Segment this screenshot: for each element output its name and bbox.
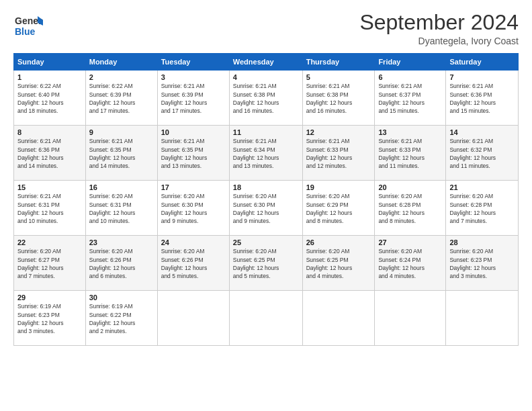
- day-info: Sunrise: 6:20 AM Sunset: 6:23 PM Dayligh…: [449, 247, 515, 280]
- day-number: 3: [161, 73, 226, 81]
- table-row: 2Sunrise: 6:22 AM Sunset: 6:39 PM Daylig…: [85, 71, 157, 126]
- table-row: 15Sunrise: 6:21 AM Sunset: 6:31 PM Dayli…: [14, 181, 86, 236]
- table-row: 14Sunrise: 6:21 AM Sunset: 6:32 PM Dayli…: [446, 126, 519, 181]
- day-info: Sunrise: 6:21 AM Sunset: 6:36 PM Dayligh…: [449, 82, 515, 115]
- day-info: Sunrise: 6:20 AM Sunset: 6:30 PM Dayligh…: [233, 192, 299, 225]
- table-row: [302, 291, 375, 346]
- day-number: 8: [17, 128, 82, 136]
- table-row: 25Sunrise: 6:20 AM Sunset: 6:25 PM Dayli…: [229, 236, 302, 291]
- day-info: Sunrise: 6:21 AM Sunset: 6:37 PM Dayligh…: [378, 82, 442, 115]
- table-row: 3Sunrise: 6:21 AM Sunset: 6:39 PM Daylig…: [157, 71, 229, 126]
- table-row: 24Sunrise: 6:20 AM Sunset: 6:26 PM Dayli…: [157, 236, 229, 291]
- day-info: Sunrise: 6:21 AM Sunset: 6:33 PM Dayligh…: [378, 137, 442, 170]
- day-number: 6: [378, 73, 442, 81]
- day-info: Sunrise: 6:21 AM Sunset: 6:36 PM Dayligh…: [17, 137, 82, 170]
- day-info: Sunrise: 6:21 AM Sunset: 6:38 PM Dayligh…: [306, 82, 371, 115]
- day-info: Sunrise: 6:20 AM Sunset: 6:25 PM Dayligh…: [306, 247, 371, 280]
- col-thursday: Thursday: [302, 54, 375, 71]
- table-row: 11Sunrise: 6:21 AM Sunset: 6:34 PM Dayli…: [229, 126, 302, 181]
- day-info: Sunrise: 6:21 AM Sunset: 6:38 PM Dayligh…: [233, 82, 299, 115]
- day-number: 19: [306, 183, 371, 191]
- day-number: 15: [17, 183, 82, 191]
- table-row: 13Sunrise: 6:21 AM Sunset: 6:33 PM Dayli…: [375, 126, 446, 181]
- table-row: 26Sunrise: 6:20 AM Sunset: 6:25 PM Dayli…: [302, 236, 375, 291]
- col-saturday: Saturday: [446, 54, 519, 71]
- calendar-week-row: 22Sunrise: 6:20 AM Sunset: 6:27 PM Dayli…: [14, 236, 519, 291]
- calendar-week-row: 1Sunrise: 6:22 AM Sunset: 6:40 PM Daylig…: [14, 71, 519, 126]
- svg-text:Blue: Blue: [15, 26, 36, 37]
- table-row: 6Sunrise: 6:21 AM Sunset: 6:37 PM Daylig…: [375, 71, 446, 126]
- day-number: 13: [378, 128, 442, 136]
- col-wednesday: Wednesday: [229, 54, 302, 71]
- calendar-header-row: Sunday Monday Tuesday Wednesday Thursday…: [14, 54, 519, 71]
- table-row: 9Sunrise: 6:21 AM Sunset: 6:35 PM Daylig…: [85, 126, 157, 181]
- day-number: 10: [161, 128, 226, 136]
- col-sunday: Sunday: [14, 54, 86, 71]
- day-number: 9: [89, 128, 154, 136]
- day-number: 17: [161, 183, 226, 191]
- table-row: [229, 291, 302, 346]
- day-number: 5: [306, 73, 371, 81]
- table-row: 10Sunrise: 6:21 AM Sunset: 6:35 PM Dayli…: [157, 126, 229, 181]
- table-row: 22Sunrise: 6:20 AM Sunset: 6:27 PM Dayli…: [14, 236, 86, 291]
- table-row: 4Sunrise: 6:21 AM Sunset: 6:38 PM Daylig…: [229, 71, 302, 126]
- day-info: Sunrise: 6:20 AM Sunset: 6:28 PM Dayligh…: [378, 192, 442, 225]
- day-number: 21: [449, 183, 515, 191]
- page: General Blue September 2024 Dyantegela, …: [0, 0, 532, 411]
- table-row: [446, 291, 519, 346]
- day-info: Sunrise: 6:19 AM Sunset: 6:22 PM Dayligh…: [89, 302, 154, 335]
- day-number: 24: [161, 238, 226, 246]
- day-number: 30: [89, 293, 154, 302]
- day-info: Sunrise: 6:21 AM Sunset: 6:31 PM Dayligh…: [17, 192, 82, 225]
- day-info: Sunrise: 6:20 AM Sunset: 6:26 PM Dayligh…: [89, 247, 154, 280]
- table-row: 19Sunrise: 6:20 AM Sunset: 6:29 PM Dayli…: [302, 181, 375, 236]
- day-info: Sunrise: 6:20 AM Sunset: 6:25 PM Dayligh…: [233, 247, 299, 280]
- table-row: 12Sunrise: 6:21 AM Sunset: 6:33 PM Dayli…: [302, 126, 375, 181]
- day-number: 16: [89, 183, 154, 191]
- day-number: 1: [17, 73, 82, 81]
- day-number: 28: [449, 238, 515, 246]
- col-tuesday: Tuesday: [157, 54, 229, 71]
- day-info: Sunrise: 6:20 AM Sunset: 6:27 PM Dayligh…: [17, 247, 82, 280]
- table-row: 28Sunrise: 6:20 AM Sunset: 6:23 PM Dayli…: [446, 236, 519, 291]
- day-number: 20: [378, 183, 442, 191]
- day-number: 23: [89, 238, 154, 246]
- col-friday: Friday: [375, 54, 446, 71]
- table-row: 21Sunrise: 6:20 AM Sunset: 6:28 PM Dayli…: [446, 181, 519, 236]
- day-info: Sunrise: 6:21 AM Sunset: 6:32 PM Dayligh…: [449, 137, 515, 170]
- calendar-week-row: 29Sunrise: 6:19 AM Sunset: 6:23 PM Dayli…: [14, 291, 519, 346]
- day-info: Sunrise: 6:21 AM Sunset: 6:33 PM Dayligh…: [306, 137, 371, 170]
- day-number: 18: [233, 183, 299, 191]
- day-info: Sunrise: 6:22 AM Sunset: 6:40 PM Dayligh…: [17, 82, 82, 115]
- table-row: 8Sunrise: 6:21 AM Sunset: 6:36 PM Daylig…: [14, 126, 86, 181]
- day-info: Sunrise: 6:21 AM Sunset: 6:35 PM Dayligh…: [161, 137, 226, 170]
- day-number: 4: [233, 73, 299, 81]
- day-number: 25: [233, 238, 299, 246]
- table-row: 1Sunrise: 6:22 AM Sunset: 6:40 PM Daylig…: [14, 71, 86, 126]
- col-monday: Monday: [85, 54, 157, 71]
- day-info: Sunrise: 6:20 AM Sunset: 6:30 PM Dayligh…: [161, 192, 226, 225]
- day-info: Sunrise: 6:21 AM Sunset: 6:35 PM Dayligh…: [89, 137, 154, 170]
- day-info: Sunrise: 6:20 AM Sunset: 6:31 PM Dayligh…: [89, 192, 154, 225]
- day-number: 26: [306, 238, 371, 246]
- day-info: Sunrise: 6:21 AM Sunset: 6:39 PM Dayligh…: [161, 82, 226, 115]
- day-number: 22: [17, 238, 82, 246]
- table-row: 29Sunrise: 6:19 AM Sunset: 6:23 PM Dayli…: [14, 291, 86, 346]
- day-number: 11: [233, 128, 299, 136]
- day-number: 29: [17, 293, 82, 302]
- table-row: 5Sunrise: 6:21 AM Sunset: 6:38 PM Daylig…: [302, 71, 375, 126]
- day-info: Sunrise: 6:20 AM Sunset: 6:29 PM Dayligh…: [306, 192, 371, 225]
- day-number: 14: [449, 128, 515, 136]
- day-info: Sunrise: 6:21 AM Sunset: 6:34 PM Dayligh…: [233, 137, 299, 170]
- table-row: 23Sunrise: 6:20 AM Sunset: 6:26 PM Dayli…: [85, 236, 157, 291]
- calendar: Sunday Monday Tuesday Wednesday Thursday…: [13, 53, 519, 346]
- table-row: [375, 291, 446, 346]
- table-row: 30Sunrise: 6:19 AM Sunset: 6:22 PM Dayli…: [85, 291, 157, 346]
- month-title: September 2024: [359, 11, 519, 34]
- day-number: 12: [306, 128, 371, 136]
- logo: General Blue: [13, 11, 43, 40]
- day-number: 2: [89, 73, 154, 81]
- table-row: 27Sunrise: 6:20 AM Sunset: 6:24 PM Dayli…: [375, 236, 446, 291]
- day-info: Sunrise: 6:20 AM Sunset: 6:28 PM Dayligh…: [449, 192, 515, 225]
- day-number: 27: [378, 238, 442, 246]
